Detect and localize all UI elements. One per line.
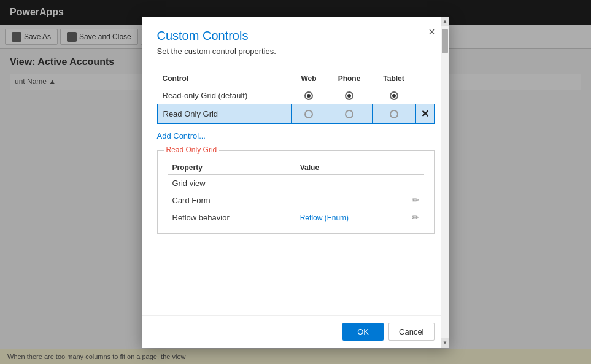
- radio-web-readonly[interactable]: [291, 104, 326, 124]
- control-name-default: Read-only Grid (default): [158, 87, 292, 104]
- dialog-overlay: Custom Controls Set the custom control p…: [0, 0, 591, 364]
- scrollbar-thumb[interactable]: [442, 29, 448, 53]
- ok-button[interactable]: OK: [342, 323, 384, 341]
- radio-phone-default[interactable]: [326, 87, 372, 104]
- add-control-link[interactable]: Add Control...: [157, 131, 206, 141]
- table-row: Reflow behavior Reflow (Enum) ✏: [168, 209, 424, 226]
- radio-checked-icon[interactable]: [345, 91, 353, 100]
- scrollbar-track[interactable]: ▲ ▼: [441, 17, 449, 348]
- radio-checked-icon[interactable]: [304, 91, 313, 100]
- scrollbar-down-arrow[interactable]: ▼: [441, 338, 449, 348]
- control-name-readonly: Read Only Grid: [158, 104, 292, 124]
- dialog-title: Custom Controls: [157, 29, 435, 43]
- dialog-subtitle: Set the custom control properties.: [157, 47, 435, 56]
- table-row: Read-only Grid (default): [158, 87, 435, 104]
- radio-unchecked-icon[interactable]: [345, 110, 353, 118]
- close-button[interactable]: ×: [425, 25, 439, 40]
- prop-reflow-value: Reflow (Enum): [295, 209, 407, 226]
- col-header-control: Control: [158, 71, 292, 87]
- prop-col-value: Value: [295, 161, 407, 175]
- table-row: Card Form ✏: [168, 192, 424, 209]
- radio-web-default[interactable]: [291, 87, 326, 104]
- radio-unchecked-icon[interactable]: [390, 110, 398, 118]
- scrollbar-up-arrow[interactable]: ▲: [441, 17, 449, 26]
- delete-control-button[interactable]: ✕: [421, 109, 429, 119]
- properties-section: Read Only Grid Property Value Grid view: [157, 150, 435, 234]
- prop-col-property: Property: [168, 161, 295, 175]
- custom-controls-dialog: Custom Controls Set the custom control p…: [142, 17, 449, 348]
- prop-grid-view-label: Grid view: [168, 175, 295, 192]
- radio-tablet-readonly[interactable]: [372, 104, 415, 124]
- radio-checked-icon[interactable]: [390, 91, 398, 100]
- col-header-web: Web: [291, 71, 326, 87]
- col-header-tablet: Tablet: [372, 71, 415, 87]
- edit-card-form-icon[interactable]: ✏: [412, 195, 419, 205]
- delete-control-cell[interactable]: ✕: [415, 104, 434, 124]
- cancel-button[interactable]: Cancel: [388, 323, 434, 341]
- prop-card-form-label: Card Form: [168, 192, 295, 209]
- dialog-footer: OK Cancel: [142, 315, 449, 348]
- radio-unchecked-icon[interactable]: [304, 110, 313, 118]
- controls-table: Control Web Phone Tablet Read-only Grid …: [157, 71, 435, 125]
- edit-reflow-icon[interactable]: ✏: [412, 212, 419, 222]
- properties-table: Property Value Grid view Card Form: [168, 161, 424, 226]
- col-header-phone: Phone: [326, 71, 372, 87]
- table-row: Grid view: [168, 175, 424, 192]
- dialog-body: Control Web Phone Tablet Read-only Grid …: [142, 63, 449, 315]
- prop-reflow-label: Reflow behavior: [168, 209, 295, 226]
- properties-legend: Read Only Grid: [164, 145, 220, 154]
- table-row: Read Only Grid ✕: [158, 104, 435, 124]
- prop-grid-view-value: [295, 175, 407, 192]
- radio-tablet-default[interactable]: [372, 87, 415, 104]
- radio-phone-readonly[interactable]: [326, 104, 372, 124]
- dialog-header: Custom Controls Set the custom control p…: [142, 17, 449, 63]
- legend-highlight: Only: [186, 145, 201, 154]
- prop-card-form-value: [295, 192, 407, 209]
